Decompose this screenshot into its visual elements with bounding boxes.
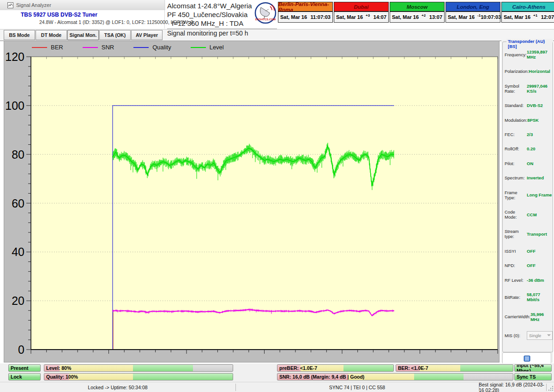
monitoring-header: Alcomsat 1-24.8°W_Algeria PF 450_Lučenec… [167, 1, 277, 37]
field-label: Standard: [505, 103, 527, 108]
field-label: RollOff: [505, 146, 527, 151]
field-label: Modulation: [505, 118, 527, 123]
legend-label: Level [210, 44, 224, 51]
bar-zone-empty [193, 365, 233, 371]
transponder-field-stream-type-: Stream type:Transport [505, 229, 553, 239]
field-label: BitRate: [505, 295, 527, 300]
transponder-field-polarization-: Polarization:Horizontal [505, 69, 553, 74]
field-value: CCM [527, 212, 537, 217]
bar-label: Quality: 100% [46, 374, 78, 380]
bar-label: BER: <1.0E-7 [398, 365, 428, 371]
chevron-down-icon [547, 334, 551, 336]
legend-label: Quality [152, 44, 171, 51]
field-value: 12359,897 MHz [527, 49, 553, 59]
field-value: 2/3 [527, 132, 533, 137]
tab-dt-mode[interactable]: DT Mode [36, 30, 67, 40]
legend-item-ber: BER [32, 44, 63, 51]
status-badge-sync-ts: Sync TS [514, 373, 552, 380]
tab-bs-mode[interactable]: BS Mode [4, 30, 35, 40]
signal-bar-snr: SNR: 16,0 dB (Margin: 9,4 dB | Good) [277, 373, 513, 380]
field-label: Spectrum: [505, 175, 527, 180]
list-icon [524, 356, 530, 362]
window-titlebar: Signal Analyzer [0, 0, 165, 10]
monitoring-subtitle: Signal monitoring per t=50 h [167, 30, 277, 37]
field-value: ON [527, 161, 533, 166]
header-band: Signal Analyzer TBS 5927 USB DVB-S2 Tune… [0, 0, 554, 29]
legend-item-level: Level [191, 44, 224, 51]
satellite-name: Alcomsat 1-24.8°W_Algeria [167, 1, 277, 10]
world-clocks: Berlin-Paris-Vienna-RomaSat, Mar 1611:07… [278, 2, 554, 23]
bar-zone-green [343, 365, 393, 371]
y-axis-label: 100 [5, 99, 24, 113]
clock-time-row: Sat, Mar 16+314:07 [334, 12, 388, 22]
stream-list-button[interactable] [502, 352, 551, 364]
site-name: PF 450_Lučenec/Slovakia [167, 10, 277, 19]
tab-signal-mon-[interactable]: Signal Mon. [67, 30, 99, 40]
field-label: Symbol Rate: [505, 83, 527, 94]
statusbar-section-1: SYNC 74 | TEI 0 | CC 558 [235, 382, 479, 392]
field-label: NPD: [505, 263, 527, 268]
bar-zone-green [414, 374, 464, 380]
chart-legend: BERSNRQualityLevel [32, 44, 224, 51]
field-label: Frame Type: [505, 190, 527, 200]
field-value: 58,077 Mbit/s [527, 292, 553, 302]
transponder-groupbox: Transponder (AU) [BS] Frequency:12359,89… [502, 42, 553, 352]
clock-time-row: Sat, Mar 16-110:07:03 [446, 12, 500, 22]
statusbar-divider [479, 384, 479, 391]
field-label: Frequency: [505, 52, 527, 57]
signal-bar-level: Level: 80% [44, 364, 233, 372]
clock-date: Sat, Mar 16 [448, 14, 475, 20]
clock-time: 11:07:03 [311, 14, 331, 20]
bar-zone-yellow [69, 374, 133, 380]
transponder-field-code-mode-: Code Mode:CCM [505, 209, 553, 220]
transponder-sidebar: Transponder (AU) [BS] Frequency:12359,89… [501, 41, 553, 362]
frequency-line: f=12 360 MHz_H : TDA [167, 19, 277, 28]
field-label: RF Level: [505, 278, 527, 283]
status-badge-lock: Lock [8, 373, 41, 380]
legend-item-snr: SNR [83, 44, 114, 51]
y-axis-label: 0 [5, 343, 24, 356]
field-label: Stream type: [505, 229, 527, 239]
field-label: Polarization: [505, 69, 529, 74]
clock-date: Sat, Mar 16 [504, 14, 530, 20]
field-value: Inverted [527, 175, 544, 180]
signal-bar-preber: preBER: <1.0E-7 [277, 364, 394, 372]
app-icon [7, 2, 13, 8]
clock-utc-offset: +3 [366, 13, 370, 18]
field-value: OFF [527, 263, 536, 268]
transponder-field-mis: MIS (0):Single [505, 331, 553, 340]
clock-time-row: Sat, Mar 1611:07:03 [278, 12, 332, 22]
clock-date: Sat, Mar 16 [280, 14, 307, 20]
mis-select[interactable]: Single [527, 331, 553, 340]
clock-cairo-athens: Cairo-AthensSat, Mar 16+112:07 [501, 2, 554, 23]
transponder-field-spectrum-: Spectrum:Inverted [505, 175, 553, 180]
clock-time: 13:07 [429, 14, 442, 20]
field-label: MIS (0): [505, 333, 527, 338]
legend-swatch-snr [83, 47, 98, 48]
transponder-field-pilot-: Pilot:ON [505, 161, 553, 166]
signal-analyzer-window: Signal Analyzer TBS 5927 USB DVB-S2 Tune… [0, 0, 554, 392]
legend-swatch-quality [133, 47, 149, 48]
transponder-field-standard-: Standard:DVB-S2 [505, 103, 553, 108]
status-badge-present: Present [8, 364, 41, 372]
legend-item-quality: Quality [133, 44, 171, 51]
field-value: -36 dBm [527, 278, 544, 283]
clock-utc-offset: +2 [422, 13, 426, 18]
signal-bar-ber: BER: <1.0E-7 [396, 364, 513, 372]
field-value: Transport [527, 232, 547, 237]
field-value: 35,996 MHz [530, 312, 553, 322]
tab-bar: BS ModeDT ModeSignal Mon.TSA (OK)AV Play… [0, 29, 554, 41]
clock-city: London, Eng [446, 2, 500, 12]
clock-time: 12:07 [541, 14, 554, 20]
tab-av-player[interactable]: AV Player [131, 30, 163, 40]
field-label: Code Mode: [505, 209, 527, 220]
clock-city: Berlin-Paris-Vienna-Roma [278, 2, 332, 12]
transponder-field-rf-level-: RF Level:-36 dBm [505, 278, 553, 283]
y-axis-label: 40 [5, 245, 24, 259]
tab-tsa-ok-[interactable]: TSA (OK) [99, 30, 131, 40]
field-value: Long Frame [527, 192, 552, 197]
transponder-field-rolloff-: RollOff:0.20 [505, 146, 553, 151]
signal-bar-quality: Quality: 100% [44, 373, 233, 380]
statusbar-divider [235, 384, 236, 391]
bar-zone-green [133, 374, 233, 380]
